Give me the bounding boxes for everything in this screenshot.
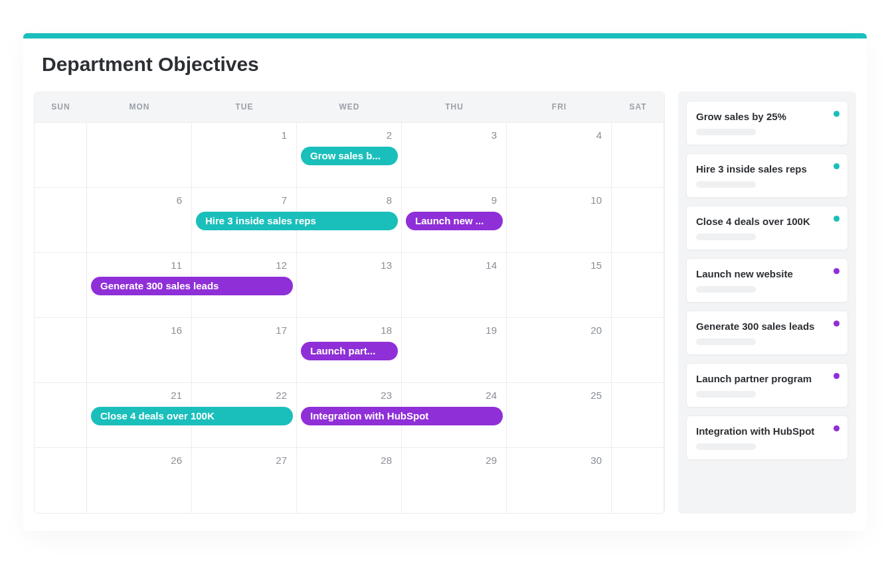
calendar-cell[interactable]: 6 — [87, 188, 192, 252]
status-dot-icon — [834, 111, 840, 117]
calendar-cell[interactable]: 27 — [192, 448, 297, 513]
calendar-day-number: 22 — [276, 390, 287, 401]
sidebar-objectives: Grow sales by 25%Hire 3 inside sales rep… — [678, 92, 856, 514]
calendar-day-number: 6 — [177, 194, 182, 206]
calendar-day-header-cell: FRI — [507, 92, 612, 122]
calendar-week: 1112131415Generate 300 sales leads — [35, 253, 664, 318]
calendar-cell[interactable]: 25 — [507, 383, 612, 447]
placeholder-bar — [696, 391, 756, 398]
calendar-event[interactable]: Hire 3 inside sales reps — [196, 212, 398, 230]
calendar-event[interactable]: Launch part... — [301, 342, 398, 360]
objective-card[interactable]: Generate 300 sales leads — [686, 311, 848, 355]
calendar-cell[interactable]: 29 — [402, 448, 507, 513]
placeholder-bar — [696, 129, 756, 135]
calendar-event[interactable]: Integration with HubSpot — [301, 407, 503, 425]
app-window: Department Objectives SUNMONTUEWEDTHUFRI… — [23, 33, 867, 531]
calendar-cell[interactable] — [612, 188, 664, 252]
placeholder-bar — [696, 443, 756, 450]
calendar-week: 2122232425Close 4 deals over 100KIntegra… — [35, 383, 664, 448]
calendar-cell[interactable]: 10 — [507, 188, 612, 252]
calendar-day-number: 15 — [590, 259, 602, 271]
calendar-day-header-cell: MON — [87, 92, 192, 122]
calendar-cell[interactable]: 4 — [507, 123, 612, 187]
calendar-cell[interactable] — [35, 253, 87, 317]
objective-card[interactable]: Close 4 deals over 100K — [686, 206, 848, 250]
calendar-event[interactable]: Grow sales b... — [301, 147, 398, 165]
calendar-cell[interactable]: 3 — [402, 123, 507, 187]
objective-label: Grow sales by 25% — [696, 111, 838, 122]
calendar-day-number: 20 — [590, 325, 602, 336]
objective-label: Hire 3 inside sales reps — [696, 163, 838, 175]
calendar-day-number: 21 — [171, 390, 182, 401]
objective-card[interactable]: Launch new website — [686, 258, 848, 303]
status-dot-icon — [834, 268, 840, 274]
objective-card[interactable]: Grow sales by 25% — [686, 101, 848, 145]
status-dot-icon — [834, 216, 840, 222]
calendar-event[interactable]: Generate 300 sales leads — [91, 277, 293, 295]
calendar-day-number: 3 — [491, 129, 497, 141]
calendar-cell[interactable] — [35, 123, 87, 187]
calendar-cell[interactable] — [612, 383, 664, 447]
objective-label: Generate 300 sales leads — [696, 321, 838, 332]
calendar-day-number: 12 — [276, 259, 287, 271]
placeholder-bar — [696, 286, 756, 293]
calendar-cell[interactable]: 13 — [297, 253, 402, 317]
calendar-day-number: 16 — [171, 325, 182, 336]
calendar-cell[interactable]: 19 — [402, 318, 507, 382]
calendar-day-header-cell: TUE — [192, 92, 297, 122]
objective-label: Launch partner program — [696, 373, 838, 384]
calendar-day-number: 9 — [491, 194, 497, 206]
objective-label: Close 4 deals over 100K — [696, 216, 838, 227]
calendar-day-number: 17 — [276, 325, 287, 336]
calendar-day-number: 10 — [590, 194, 602, 206]
calendar-cell[interactable] — [87, 123, 192, 187]
calendar-day-number: 4 — [596, 129, 602, 141]
calendar-day-number: 27 — [276, 455, 287, 466]
calendar-day-number: 30 — [590, 455, 602, 466]
calendar-cell[interactable] — [35, 448, 87, 513]
calendar-week: 678910Hire 3 inside sales repsLaunch new… — [35, 188, 664, 253]
accent-bar — [23, 33, 867, 38]
calendar-week: 2627282930 — [35, 448, 664, 513]
objective-card[interactable]: Hire 3 inside sales reps — [686, 153, 848, 198]
calendar-cell[interactable] — [612, 448, 664, 513]
calendar-cell[interactable] — [35, 188, 87, 252]
calendar-cell[interactable]: 30 — [507, 448, 612, 513]
calendar-cell[interactable]: 28 — [297, 448, 402, 513]
calendar-cell[interactable]: 1 — [192, 123, 297, 187]
calendar-day-header: SUNMONTUEWEDTHUFRISAT — [35, 92, 664, 123]
calendar-cell[interactable]: 16 — [87, 318, 192, 382]
calendar-day-header-cell: THU — [402, 92, 507, 122]
calendar-day-number: 26 — [171, 455, 182, 466]
calendar-cell[interactable]: 15 — [507, 253, 612, 317]
calendar-day-number: 11 — [171, 259, 182, 271]
objective-card[interactable]: Launch partner program — [686, 363, 848, 407]
calendar-cell[interactable]: 26 — [87, 448, 192, 513]
objective-card[interactable]: Integration with HubSpot — [686, 415, 848, 460]
status-dot-icon — [834, 373, 840, 379]
calendar-day-header-cell: SUN — [35, 92, 87, 122]
calendar-cell[interactable] — [612, 253, 664, 317]
calendar: SUNMONTUEWEDTHUFRISAT 1234Grow sales b..… — [34, 92, 665, 514]
calendar-event[interactable]: Close 4 deals over 100K — [91, 407, 293, 425]
calendar-day-number: 19 — [486, 325, 497, 336]
placeholder-bar — [696, 234, 756, 240]
calendar-day-number: 1 — [282, 129, 287, 141]
calendar-cell[interactable]: 20 — [507, 318, 612, 382]
calendar-day-number: 2 — [387, 129, 392, 141]
placeholder-bar — [696, 181, 756, 188]
calendar-day-header-cell: WED — [297, 92, 402, 122]
status-dot-icon — [834, 321, 840, 327]
calendar-day-number: 24 — [486, 390, 497, 401]
page-title: Department Objectives — [42, 53, 848, 76]
calendar-cell[interactable] — [35, 383, 87, 447]
calendar-cell[interactable] — [35, 318, 87, 382]
calendar-cell[interactable]: 17 — [192, 318, 297, 382]
calendar-cell[interactable]: 14 — [402, 253, 507, 317]
calendar-cell[interactable] — [612, 318, 664, 382]
calendar-day-number: 14 — [486, 259, 497, 271]
content-area: SUNMONTUEWEDTHUFRISAT 1234Grow sales b..… — [23, 92, 867, 531]
status-dot-icon — [834, 163, 840, 169]
calendar-event[interactable]: Launch new ... — [406, 212, 503, 230]
calendar-cell[interactable] — [612, 123, 664, 187]
